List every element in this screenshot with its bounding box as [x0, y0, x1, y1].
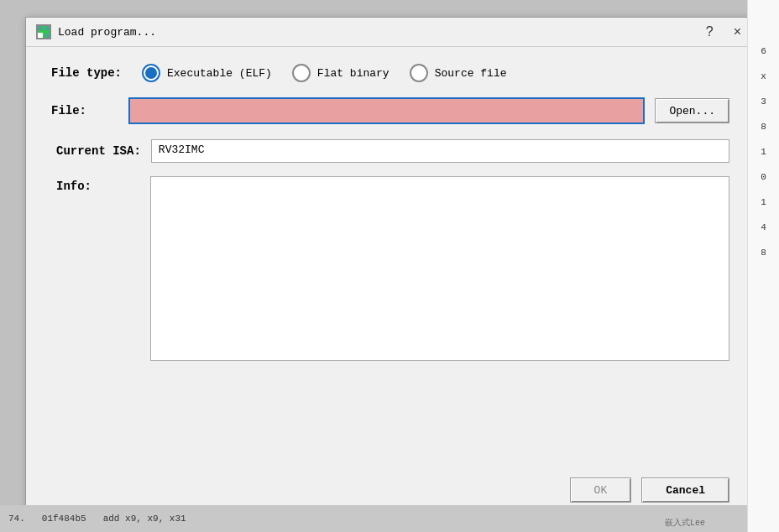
- right-num-6: 0: [761, 172, 766, 182]
- bottom-address: 74.: [8, 514, 25, 524]
- file-type-label: File type:: [51, 66, 122, 80]
- radio-label-flat: Flat binary: [317, 67, 390, 80]
- svg-rect-1: [44, 26, 50, 31]
- right-numbers-panel: 6 x 3 8 1 0 1 4 8: [747, 0, 779, 532]
- radio-circle-flat[interactable]: [292, 64, 311, 82]
- right-num-8: 4: [761, 222, 766, 232]
- watermark: 嵌入式Lee: [665, 517, 705, 529]
- dialog-title-buttons: ? ×: [703, 24, 745, 39]
- radio-label-source: Source file: [435, 67, 507, 80]
- app-icon: [36, 24, 51, 39]
- file-row: File: Open...: [51, 97, 729, 124]
- right-num-1: 6: [761, 46, 766, 56]
- file-label: File:: [51, 104, 118, 117]
- svg-rect-2: [38, 33, 43, 38]
- load-program-dialog: Load program... ? × File type: Executabl…: [25, 17, 755, 520]
- radio-label-elf: Executable (ELF): [167, 67, 272, 80]
- bottom-hex: 01f484b5: [42, 514, 86, 524]
- cancel-button[interactable]: Cancel: [641, 477, 729, 503]
- right-num-9: 8: [761, 248, 766, 258]
- right-num-7: 1: [761, 197, 766, 207]
- radio-circle-source[interactable]: [410, 64, 428, 82]
- isa-label: Current ISA:: [56, 144, 141, 158]
- right-num-2: x: [761, 71, 766, 81]
- svg-rect-0: [38, 26, 43, 31]
- file-input[interactable]: [128, 97, 645, 124]
- dialog-body: File type: Executable (ELF) Flat binary …: [26, 47, 755, 378]
- radio-source[interactable]: Source file: [410, 64, 507, 82]
- bottom-code-bar: 74. 01f484b5 add x9, x9, x31 嵌入式Lee: [0, 505, 747, 532]
- info-box[interactable]: [150, 176, 729, 361]
- right-num-4: 8: [761, 122, 766, 132]
- dialog-footer: OK Cancel: [570, 477, 729, 503]
- info-label: Info:: [56, 180, 140, 193]
- help-button[interactable]: ?: [703, 24, 717, 39]
- ok-button[interactable]: OK: [570, 477, 632, 503]
- isa-value: RV32IMC: [151, 139, 729, 163]
- dialog-titlebar: Load program... ? ×: [26, 18, 755, 47]
- file-type-row: File type: Executable (ELF) Flat binary …: [51, 64, 729, 82]
- right-num-5: 1: [761, 147, 766, 157]
- right-num-3: 3: [761, 96, 766, 107]
- dialog-title-left: Load program...: [36, 24, 156, 39]
- radio-elf[interactable]: Executable (ELF): [142, 64, 272, 82]
- dialog-title: Load program...: [58, 26, 156, 39]
- close-button[interactable]: ×: [730, 24, 745, 39]
- isa-row: Current ISA: RV32IMC: [56, 139, 729, 163]
- radio-circle-elf[interactable]: [142, 64, 160, 82]
- open-button[interactable]: Open...: [655, 98, 729, 123]
- radio-flat[interactable]: Flat binary: [292, 64, 390, 82]
- svg-rect-3: [44, 33, 50, 38]
- bottom-instruction: add x9, x9, x31: [103, 514, 186, 524]
- info-row: Info:: [56, 176, 729, 361]
